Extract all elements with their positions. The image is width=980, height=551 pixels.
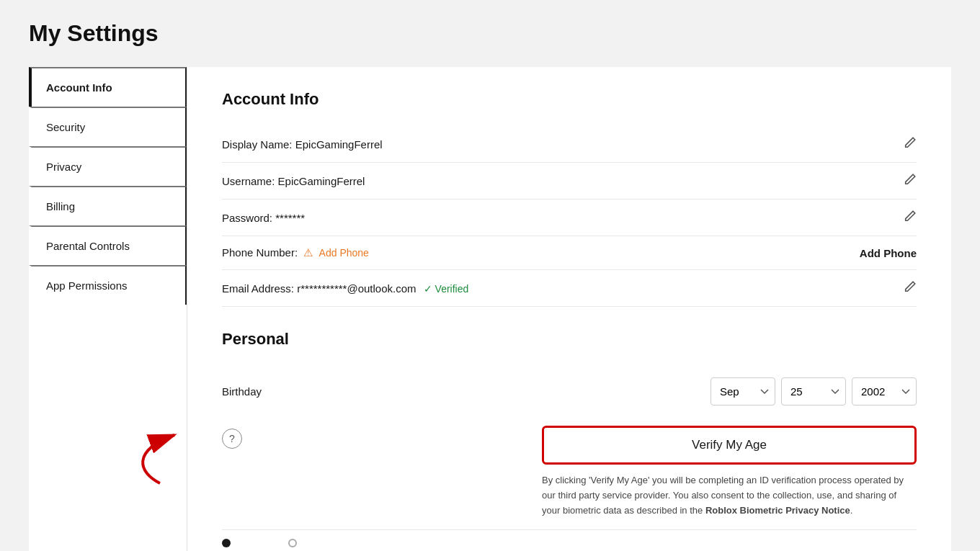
username-row: Username: EpicGamingFerrel bbox=[222, 163, 917, 200]
dots-row bbox=[222, 529, 917, 551]
password-value: ******* bbox=[275, 212, 305, 224]
add-phone-link[interactable]: Add Phone bbox=[319, 247, 369, 259]
email-label: Email Address: r***********@outlook.com … bbox=[222, 282, 892, 295]
personal-title: Personal bbox=[222, 330, 917, 349]
page-title: My Settings bbox=[29, 20, 951, 47]
password-label: Password: ******* bbox=[222, 212, 892, 224]
display-name-value: EpicGamingFerrel bbox=[295, 138, 383, 151]
display-name-edit-icon[interactable] bbox=[892, 136, 917, 152]
email-value: r***********@outlook.com bbox=[297, 282, 416, 295]
warning-icon: ⚠ bbox=[303, 246, 313, 259]
username-value: EpicGamingFerrel bbox=[278, 175, 365, 187]
birthday-year-select[interactable]: 1998199920002001 200220032004 bbox=[852, 377, 917, 406]
sidebar-item-security[interactable]: Security bbox=[29, 107, 187, 146]
verify-row: ? Verify My Age bbox=[222, 417, 917, 524]
add-phone-action[interactable]: Add Phone bbox=[848, 247, 917, 259]
username-label: Username: EpicGamingFerrel bbox=[222, 175, 892, 187]
sidebar-item-app-permissions[interactable]: App Permissions bbox=[29, 265, 187, 305]
verify-content: Verify My Age By clicking 'Verify My Age… bbox=[254, 426, 917, 518]
password-row: Password: ******* bbox=[222, 200, 917, 236]
sidebar-item-parental-controls[interactable]: Parental Controls bbox=[29, 225, 187, 265]
sidebar-item-account-info[interactable]: Account Info bbox=[29, 67, 187, 107]
password-edit-icon[interactable] bbox=[892, 210, 917, 225]
phone-number-label: Phone Number: ⚠ Add Phone bbox=[222, 246, 848, 259]
username-edit-icon[interactable] bbox=[892, 173, 917, 189]
sidebar-item-billing[interactable]: Billing bbox=[29, 186, 187, 225]
display-name-row: Display Name: EpicGamingFerrel bbox=[222, 126, 917, 163]
personal-section: Personal Birthday JanFebMarApr MayJunJul… bbox=[222, 330, 917, 551]
content-layout: Account Info Security Privacy Billing Pa… bbox=[29, 67, 951, 551]
birthday-month-select[interactable]: JanFebMarApr MayJunJulAug SepOctNovDec bbox=[710, 377, 775, 406]
main-content: Account Info Display Name: EpicGamingFer… bbox=[187, 67, 951, 551]
email-row: Email Address: r***********@outlook.com … bbox=[222, 270, 917, 307]
phone-number-row: Phone Number: ⚠ Add Phone Add Phone bbox=[222, 236, 917, 270]
dot-filled bbox=[222, 539, 231, 547]
birthday-day-select[interactable]: 12345 10152025 3031 bbox=[781, 377, 846, 406]
display-name-label: Display Name: EpicGamingFerrel bbox=[222, 138, 892, 151]
page-container: My Settings Account Info Security Privac… bbox=[0, 0, 980, 551]
birthday-row: Birthday JanFebMarApr MayJunJulAug SepOc… bbox=[222, 366, 917, 417]
dot-empty bbox=[288, 539, 297, 547]
verify-age-button[interactable]: Verify My Age bbox=[542, 426, 917, 465]
red-arrow bbox=[117, 429, 246, 487]
verified-badge: ✓ Verified bbox=[424, 283, 469, 295]
sidebar-item-privacy[interactable]: Privacy bbox=[29, 146, 187, 186]
verify-description: By clicking 'Verify My Age' you will be … bbox=[542, 473, 917, 518]
email-edit-icon[interactable] bbox=[892, 280, 917, 296]
birthday-label: Birthday bbox=[222, 385, 438, 398]
biometric-notice-link[interactable]: Roblox Biometric Privacy Notice bbox=[705, 505, 850, 516]
account-info-title: Account Info bbox=[222, 90, 917, 109]
birthday-selects: JanFebMarApr MayJunJulAug SepOctNovDec 1… bbox=[710, 377, 917, 406]
